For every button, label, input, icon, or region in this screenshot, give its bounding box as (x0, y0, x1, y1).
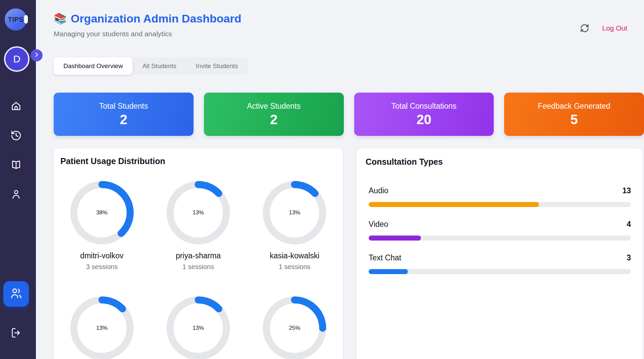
stat-label: Total Consultations (391, 102, 457, 111)
bar-row-audio: Audio 13 (369, 186, 631, 207)
stat-card-total-consultations: Total Consultations 20 (354, 93, 494, 136)
stat-value: 5 (571, 112, 578, 127)
patient-usage-panel: Patient Usage Distribution 38% dmitri-vo… (54, 148, 343, 359)
stat-value: 2 (270, 112, 277, 127)
bar-label: Audio (369, 186, 388, 195)
consultation-bars: Audio 13 Video 4 (369, 186, 631, 274)
donut-chart: 13% (166, 181, 230, 245)
donut-percent: 25% (263, 296, 326, 359)
page-title-text: Organization Admin Dashboard (71, 12, 241, 25)
sidebar-expand-button[interactable] (31, 49, 43, 61)
donut-percent: 38% (70, 181, 134, 245)
tab-all-students[interactable]: All Students (132, 57, 186, 75)
bar-fill (369, 236, 421, 241)
stat-cards: Total Students 2 Active Students 2 Total… (54, 93, 644, 136)
logout-link[interactable]: Log Out (602, 24, 627, 32)
dashboard-screen: TIPS D (0, 0, 644, 359)
student-name: priya-sharma (176, 251, 221, 260)
bar-track (369, 269, 631, 274)
stat-card-active-students: Active Students 2 (204, 93, 344, 136)
main-content: 📚 Organization Admin Dashboard Managing … (36, 0, 644, 359)
stat-card-feedback-generated: Feedback Generated 5 (504, 93, 644, 136)
bar-value: 13 (622, 186, 631, 195)
donut-chart: 13% (263, 181, 326, 245)
usage-donut-5: 13% (166, 296, 230, 359)
donut-grid: 38% dmitri-volkov 3 sessions 13% priya-s… (54, 181, 343, 359)
sidebar-item-students-active[interactable] (3, 281, 29, 307)
refresh-icon[interactable] (580, 23, 589, 33)
avatar-initial: D (13, 53, 20, 65)
tips-logo[interactable]: TIPS (5, 8, 27, 31)
book-open-icon (10, 166, 22, 171)
bar-label: Text Chat (369, 253, 401, 262)
page-title: 📚 Organization Admin Dashboard (54, 12, 241, 25)
donut-percent: 13% (166, 181, 230, 245)
bar-label: Video (369, 220, 388, 229)
stat-label: Total Students (99, 102, 148, 111)
user-icon (10, 195, 22, 201)
sidebar-item-logout[interactable] (10, 327, 22, 339)
donut-chart: 38% (70, 181, 134, 245)
bar-row-text-chat: Text Chat 3 (369, 253, 631, 274)
bar-track (369, 202, 631, 207)
bar-track (369, 236, 631, 241)
bar-fill (369, 269, 408, 274)
student-sessions: 1 sessions (182, 263, 214, 271)
donut-chart: 13% (70, 296, 134, 359)
sidebar-item-history[interactable] (10, 130, 22, 141)
chevron-right-icon (34, 52, 40, 59)
stat-label: Feedback Generated (538, 102, 610, 111)
header-actions: Log Out (580, 23, 627, 33)
tab-dashboard-overview[interactable]: Dashboard Overview (54, 57, 132, 75)
student-sessions: 1 sessions (279, 263, 311, 271)
usage-panel-title: Patient Usage Distribution (60, 156, 343, 166)
usage-donut-priya-sharma: 13% priya-sharma 1 sessions (166, 181, 230, 271)
home-icon (10, 107, 22, 113)
panels-row: Patient Usage Distribution 38% dmitri-vo… (54, 148, 643, 359)
sidebar-item-library[interactable] (10, 159, 22, 170)
usage-donut-dmitri-volkov: 38% dmitri-volkov 3 sessions (70, 181, 134, 271)
bar-fill (369, 202, 539, 207)
tab-invite-students[interactable]: Invite Students (186, 57, 248, 75)
consultation-panel-title: Consultation Types (366, 157, 643, 167)
sidebar: TIPS D (0, 0, 36, 359)
logout-icon (10, 334, 22, 340)
student-name: kasia-kowalski (270, 251, 319, 260)
logo-pill-decoration (24, 15, 28, 23)
tab-bar: Dashboard Overview All Students Invite S… (54, 57, 248, 75)
history-icon (10, 137, 22, 142)
usage-donut-kasia-kowalski: 13% kasia-kowalski 1 sessions (263, 181, 326, 271)
page-subtitle: Managing your students and analytics (54, 30, 241, 38)
stat-card-total-students: Total Students 2 (54, 93, 194, 136)
usage-donut-6: 25% (263, 296, 326, 359)
sidebar-item-profile[interactable] (10, 189, 22, 200)
donut-chart: 25% (263, 296, 326, 359)
avatar[interactable]: D (4, 46, 30, 72)
books-emoji-icon: 📚 (54, 12, 67, 25)
users-icon (10, 287, 22, 301)
consultation-types-panel: Consultation Types Audio 13 Video (357, 148, 643, 359)
stat-value: 2 (120, 112, 127, 127)
stat-value: 20 (417, 112, 432, 127)
sidebar-item-home[interactable] (10, 100, 22, 112)
bar-row-video: Video 4 (369, 220, 631, 241)
donut-percent: 13% (70, 296, 134, 359)
donut-percent: 13% (166, 296, 230, 359)
tips-logo-text: TIPS (8, 16, 23, 23)
donut-percent: 13% (263, 181, 326, 245)
bar-value: 4 (627, 220, 631, 229)
bar-value: 3 (627, 253, 631, 262)
student-sessions: 3 sessions (86, 263, 118, 271)
page-header: 📚 Organization Admin Dashboard Managing … (54, 12, 241, 38)
student-name: dmitri-volkov (80, 251, 123, 260)
donut-chart: 13% (166, 296, 230, 359)
stat-label: Active Students (247, 102, 301, 111)
usage-donut-4: 13% (70, 296, 134, 359)
